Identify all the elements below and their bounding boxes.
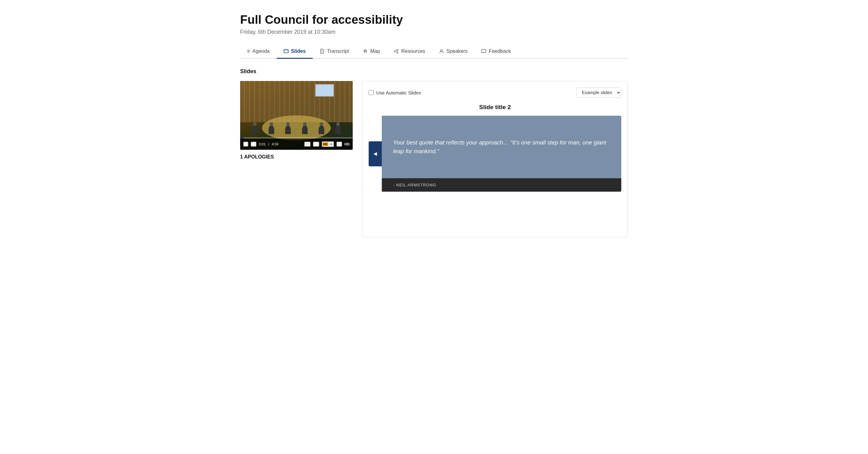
- tab-resources[interactable]: Resources: [387, 45, 432, 59]
- example-slides-dropdown[interactable]: Example slides: [577, 88, 621, 97]
- resources-icon: [394, 49, 399, 54]
- svg-rect-0: [284, 50, 288, 53]
- svg-line-10: [396, 50, 397, 51]
- map-icon: [363, 49, 368, 54]
- hd-label: HD: [345, 142, 349, 146]
- tab-speakers[interactable]: Speakers: [432, 45, 475, 59]
- content-row: 0:01 / 4:59: [240, 81, 628, 237]
- svg-line-11: [396, 52, 397, 52]
- svg-point-9: [397, 52, 398, 53]
- svg-rect-13: [482, 50, 486, 53]
- video-time: 0:01: [259, 142, 266, 146]
- svg-marker-14: [245, 143, 247, 146]
- slide-prev-button[interactable]: ◄: [369, 141, 382, 167]
- cast-button[interactable]: [313, 142, 319, 147]
- slides-icon: [284, 49, 289, 54]
- svg-point-7: [394, 51, 396, 52]
- slides-header: Use Automatic Slides Example slides: [369, 88, 621, 97]
- slide-quote-area: Your best quote that reflects your appro…: [382, 116, 621, 178]
- svg-point-12: [440, 50, 442, 52]
- play-button[interactable]: [243, 142, 248, 147]
- video-controls: 0:01 / 4:59: [240, 139, 353, 150]
- auto-slides-checkbox[interactable]: [369, 90, 374, 95]
- fullscreen-button[interactable]: [336, 142, 342, 147]
- agenda-icon: ≡: [247, 49, 250, 54]
- nav-tabs: ≡ Agenda Slides Transcript: [240, 45, 628, 59]
- video-separator: /: [268, 142, 269, 146]
- tab-transcript[interactable]: Transcript: [313, 45, 356, 59]
- slide-content: Your best quote that reflects your appro…: [382, 116, 621, 192]
- tab-feedback[interactable]: Feedback: [474, 45, 518, 59]
- page-title: Full Council for accessibility: [240, 12, 628, 27]
- tab-slides[interactable]: Slides: [277, 45, 313, 59]
- slide-attribution: - NEIL ARMSTRONG: [382, 178, 621, 192]
- speakers-icon: [439, 49, 444, 54]
- auto-slides-label[interactable]: Use Automatic Slides: [369, 90, 421, 95]
- transcript-icon: [319, 49, 324, 54]
- captions-button[interactable]: [304, 142, 310, 147]
- svg-point-20: [331, 144, 332, 145]
- slide-area: ◄ Your best quote that reflects your app…: [369, 116, 621, 192]
- slide-title: Slide title 2: [369, 104, 621, 111]
- video-panel: 0:01 / 4:59: [240, 81, 353, 160]
- volume-button[interactable]: [251, 142, 256, 147]
- svg-point-8: [397, 50, 398, 51]
- video-section-label: 1 APOLOGIES: [240, 154, 353, 160]
- svg-marker-15: [252, 143, 254, 146]
- tab-agenda[interactable]: ≡ Agenda: [240, 45, 277, 59]
- settings-button[interactable]: HD: [322, 141, 334, 147]
- page-subtitle: Friday, 6th December 2019 at 10:30am: [240, 29, 628, 35]
- slides-content-panel: Use Automatic Slides Example slides Slid…: [362, 81, 628, 237]
- slide-quote-text: Your best quote that reflects your appro…: [393, 138, 610, 155]
- video-wrapper: 0:01 / 4:59: [240, 81, 353, 150]
- slides-section-title: Slides: [240, 68, 628, 75]
- feedback-icon: [481, 49, 486, 54]
- tab-map[interactable]: Map: [356, 45, 387, 59]
- svg-rect-16: [305, 143, 310, 146]
- video-duration: 4:59: [272, 142, 279, 146]
